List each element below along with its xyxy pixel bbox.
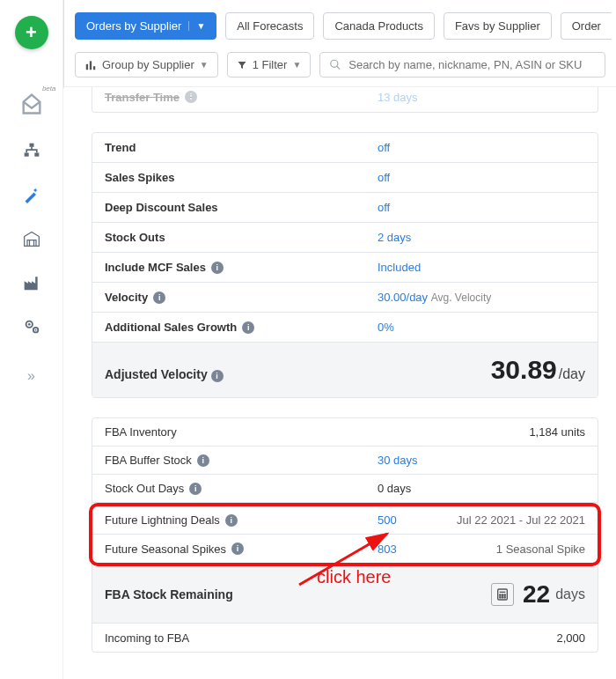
tab-label: Orders by Supplier — [86, 19, 181, 33]
mcf-label: Include MCF Sales — [105, 261, 206, 274]
fba-inventory-label: FBA Inventory — [105, 425, 378, 439]
transfer-time-value[interactable]: 13 days — [378, 91, 418, 104]
svg-point-15 — [502, 594, 502, 595]
lightning-deals-value[interactable]: 500 — [378, 513, 397, 527]
velocity-note: Avg. Velocity — [431, 292, 491, 304]
tab-all-forecasts[interactable]: All Forecasts — [225, 12, 314, 40]
stockout-days-value: 0 days — [378, 482, 430, 495]
velocity-value[interactable]: 30.00/day — [378, 291, 428, 304]
info-icon[interactable]: i — [185, 91, 197, 103]
svg-rect-1 — [24, 153, 28, 157]
fba-inventory-value: 1,184 units — [430, 425, 585, 439]
growth-label: Additional Sales Growth — [105, 321, 237, 334]
card-fba: FBA Inventory1,184 units FBA Buffer Stoc… — [92, 417, 598, 653]
info-icon[interactable]: i — [189, 483, 202, 495]
fba-remaining-unit: days — [555, 587, 585, 602]
tab-orders-by-supplier[interactable]: Orders by Supplier ▼ — [75, 12, 216, 40]
stockout-days-label: Stock Out Days — [105, 482, 184, 495]
filter-icon — [237, 60, 247, 70]
nav-settings-icon[interactable] — [22, 317, 41, 336]
add-button[interactable]: + — [15, 16, 48, 49]
svg-rect-8 — [90, 61, 92, 70]
tab-favs-by-supplier[interactable]: Favs by Supplier — [444, 12, 552, 40]
content-area: Transfer Time i 13 days Trendoff Sales S… — [63, 86, 616, 679]
beta-badge: beta — [42, 85, 56, 92]
svg-rect-0 — [29, 144, 33, 147]
svg-point-6 — [34, 329, 36, 331]
fba-remaining-value: 22 — [523, 580, 550, 609]
svg-line-11 — [337, 66, 340, 69]
adjusted-velocity-label: Adjusted Velocity — [105, 367, 208, 381]
filter-button[interactable]: 1 Filter ▼ — [227, 52, 312, 77]
card-velocity: Trendoff Sales Spikesoff Deep Discount S… — [92, 132, 598, 398]
search-icon — [329, 58, 341, 71]
calculator-icon[interactable] — [491, 583, 514, 606]
lightning-deals-date: Jul 22 2021 - Jul 22 2021 — [430, 513, 585, 527]
info-icon[interactable]: i — [211, 370, 224, 382]
velocity-label: Velocity — [105, 291, 148, 304]
growth-value[interactable]: 0% — [378, 321, 394, 334]
sales-spikes-value[interactable]: off — [378, 171, 390, 184]
nav-wand-icon[interactable] — [22, 185, 41, 204]
sidebar-expand-icon[interactable]: » — [27, 368, 35, 384]
trend-value[interactable]: off — [378, 141, 390, 154]
adjusted-velocity-value: 30.89 — [491, 355, 557, 385]
info-icon[interactable]: i — [225, 514, 238, 527]
tab-canada-products[interactable]: Canada Products — [323, 12, 434, 40]
buffer-stock-value[interactable]: 30 days — [378, 454, 418, 467]
svg-rect-7 — [86, 63, 88, 69]
svg-point-10 — [331, 60, 338, 67]
fba-stock-remaining-row: FBA Stock Remaining 22 days — [92, 566, 598, 624]
sidebar: + beta » — [0, 0, 63, 679]
incoming-fba-label: Incoming to FBA — [105, 631, 378, 645]
info-icon[interactable]: i — [231, 542, 244, 555]
chevron-down-icon: ▼ — [292, 60, 301, 70]
mcf-value[interactable]: Included — [378, 261, 421, 274]
highlight-callout: Future Lightning Deals i500Jul 22 2021 -… — [89, 503, 601, 566]
deep-discount-value[interactable]: off — [378, 201, 390, 214]
group-label: Group by Supplier — [102, 58, 194, 71]
seasonal-spikes-note: 1 Seasonal Spike — [430, 542, 585, 556]
info-icon[interactable]: i — [242, 321, 254, 334]
chevron-down-icon[interactable]: ▼ — [188, 21, 205, 31]
view-tabs: Orders by Supplier ▼ All Forecasts Canad… — [64, 0, 616, 52]
search-box[interactable] — [319, 52, 605, 77]
svg-point-16 — [504, 594, 505, 595]
filter-label: 1 Filter — [253, 58, 288, 71]
toolbar: Group by Supplier ▼ 1 Filter ▼ — [64, 52, 616, 88]
stock-outs-label: Stock Outs — [105, 231, 378, 244]
svg-point-14 — [500, 594, 501, 595]
adjusted-velocity-row: Adjusted Velocity i 30.89/day — [92, 343, 598, 397]
nav-warehouse-icon[interactable] — [22, 229, 41, 248]
stock-outs-value[interactable]: 2 days — [378, 231, 411, 244]
card-transfer: Transfer Time i 13 days — [92, 86, 598, 113]
app-logo: beta — [19, 92, 44, 116]
incoming-fba-value: 2,000 — [430, 631, 585, 645]
transfer-time-label: Transfer Time — [105, 91, 180, 104]
nav-factory-icon[interactable] — [22, 273, 41, 292]
nav-sitemap-icon[interactable] — [22, 141, 41, 160]
info-icon[interactable]: i — [211, 262, 224, 274]
seasonal-spikes-value[interactable]: 803 — [378, 542, 397, 556]
tab-order[interactable]: Order — [561, 12, 612, 40]
svg-point-19 — [504, 597, 505, 598]
seasonal-spikes-label: Future Seasonal Spikes — [105, 542, 226, 556]
svg-point-18 — [502, 597, 502, 598]
svg-point-17 — [500, 597, 501, 598]
sales-spikes-label: Sales Spikes — [105, 171, 378, 184]
adjusted-velocity-unit: /day — [559, 366, 585, 382]
info-icon[interactable]: i — [197, 454, 209, 467]
trend-label: Trend — [105, 141, 378, 154]
svg-rect-2 — [34, 153, 39, 157]
fba-remaining-label: FBA Stock Remaining — [105, 587, 491, 602]
svg-rect-9 — [93, 66, 95, 70]
lightning-deals-label: Future Lightning Deals — [105, 513, 220, 527]
search-input[interactable] — [348, 58, 596, 71]
buffer-stock-label: FBA Buffer Stock — [105, 454, 192, 467]
svg-point-4 — [27, 323, 30, 326]
group-by-button[interactable]: Group by Supplier ▼ — [75, 52, 218, 77]
info-icon[interactable]: i — [153, 292, 165, 304]
chart-icon — [84, 59, 97, 71]
chevron-down-icon: ▼ — [200, 60, 209, 70]
deep-discount-label: Deep Discount Sales — [105, 201, 378, 214]
